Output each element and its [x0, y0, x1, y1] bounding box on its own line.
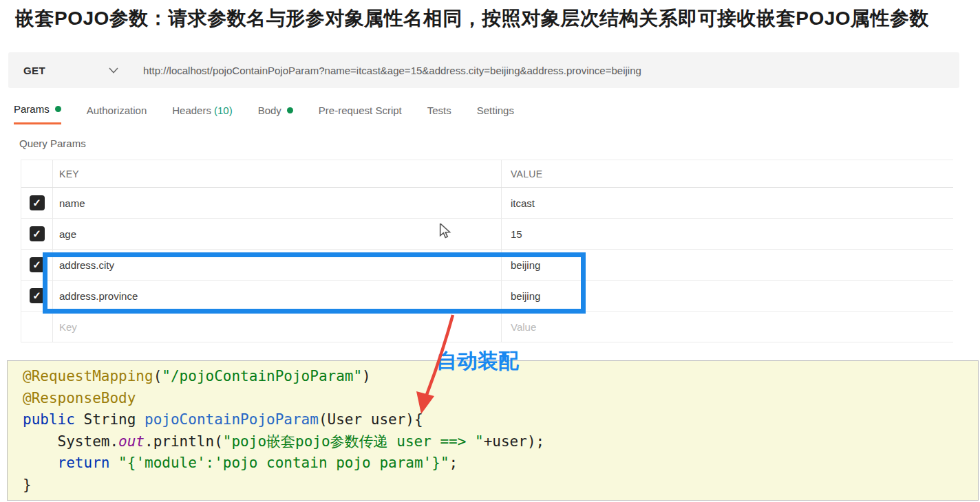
green-dot-icon — [287, 107, 293, 113]
param-value-cell[interactable]: 15 — [501, 219, 953, 249]
tab-label: Headers — [172, 105, 211, 116]
code-block: @RequestMapping("/pojoContainPojoParam")… — [7, 360, 979, 501]
tab-label: Authorization — [87, 105, 147, 116]
checkbox-cell: ✓ — [21, 195, 52, 210]
param-key-text: address.province — [59, 290, 138, 302]
tab-label: Pre-request Script — [319, 105, 402, 116]
code-line: return "{'module':'pojo contain pojo par… — [23, 452, 978, 474]
param-value-cell[interactable]: itcast — [501, 188, 953, 218]
row-checkbox[interactable]: ✓ — [30, 257, 45, 272]
tab-headers[interactable]: Headers(10) — [172, 103, 232, 124]
param-value-text: itcast — [511, 197, 535, 209]
tab-label: Settings — [477, 105, 514, 116]
row-checkbox[interactable]: ✓ — [30, 195, 45, 210]
chevron-down-icon[interactable] — [109, 67, 118, 74]
checkbox-cell: ✓ — [21, 226, 52, 241]
code-line: public String pojoContainPojoParam(User … — [23, 409, 978, 431]
green-dot-icon — [55, 106, 61, 112]
header-value-cell: VALUE — [501, 160, 953, 187]
method-selector[interactable]: GET — [23, 65, 45, 76]
param-value-text: beijing — [511, 259, 540, 271]
code-line: @ResponseBody — [23, 388, 978, 410]
tab-params[interactable]: Params — [14, 103, 61, 124]
tab-count-badge: (10) — [214, 105, 233, 116]
table-row: ✓address.provincebeijing — [21, 281, 953, 312]
table-rows: ✓nameitcast✓age15✓address.citybeijing✓ad… — [21, 188, 953, 342]
param-value-text: 15 — [511, 228, 522, 240]
table-row: ✓nameitcast — [21, 188, 953, 219]
tab-label: Tests — [427, 105, 451, 116]
param-key-cell[interactable]: address.city — [52, 250, 501, 280]
param-value-text: beijing — [511, 290, 540, 302]
param-key-text: name — [59, 197, 85, 209]
tab-authorization[interactable]: Authorization — [87, 103, 147, 124]
url-input[interactable]: http://localhost/pojoContainPojoParam?na… — [143, 65, 641, 76]
code-line: System.out.println("pojo嵌套pojo参数传递 user … — [23, 431, 978, 453]
table-row: KeyValue — [21, 312, 953, 342]
param-value-cell[interactable]: beijing — [501, 281, 953, 311]
header-key-cell: KEY — [52, 160, 501, 187]
table-row: ✓age15 — [21, 219, 953, 250]
checkbox-cell: ✓ — [21, 288, 52, 303]
query-params-table: KEY VALUE ✓nameitcast✓age15✓address.city… — [21, 160, 953, 342]
value-column-header: VALUE — [511, 168, 542, 179]
query-params-label: Query Params — [19, 138, 86, 149]
table-header-row: KEY VALUE — [21, 160, 953, 188]
checkbox-cell: ✓ — [21, 257, 52, 272]
tab-label: Params — [14, 103, 50, 115]
code-line: } — [23, 474, 978, 496]
param-key-text: age — [59, 228, 76, 240]
arrow-down-icon — [399, 309, 475, 423]
param-value-cell[interactable]: beijing — [501, 250, 953, 280]
tab-settings[interactable]: Settings — [477, 103, 514, 124]
tab-body[interactable]: Body — [258, 103, 293, 124]
row-checkbox[interactable]: ✓ — [30, 226, 45, 241]
row-checkbox[interactable]: ✓ — [30, 288, 45, 303]
table-row: ✓address.citybeijing — [21, 250, 953, 281]
param-key-text: Key — [59, 321, 77, 333]
param-key-cell[interactable]: address.province — [52, 281, 501, 311]
mouse-cursor-icon — [439, 223, 451, 239]
tab-label: Body — [258, 105, 281, 116]
page-title: 嵌套POJO参数：请求参数名与形参对象属性名相同，按照对象层次结构关系即可接收嵌… — [15, 6, 972, 32]
param-key-text: address.city — [59, 259, 114, 271]
key-column-header: KEY — [59, 168, 79, 179]
param-value-text: Value — [511, 321, 536, 333]
param-value-cell[interactable]: Value — [501, 312, 953, 342]
tab-tests[interactable]: Tests — [427, 103, 451, 124]
tab-pre-request-script[interactable]: Pre-request Script — [319, 103, 402, 124]
request-tabs: ParamsAuthorizationHeaders(10)BodyPre-re… — [14, 103, 514, 124]
param-key-cell[interactable]: age — [52, 219, 501, 249]
param-key-cell[interactable]: name — [52, 188, 501, 218]
request-url-bar: GET http://localhost/pojoContainPojoPara… — [8, 52, 959, 88]
